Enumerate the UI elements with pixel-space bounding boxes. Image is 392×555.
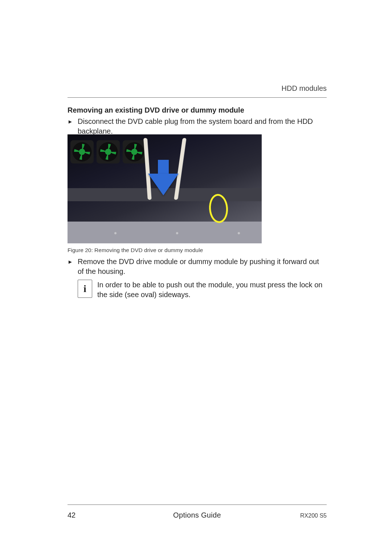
fan-icon (97, 140, 120, 163)
step-text: Disconnect the DVD cable plug from the s… (78, 117, 327, 136)
screw-icon (114, 232, 117, 235)
header-rule (68, 97, 327, 98)
procedure-step-1: ► Disconnect the DVD cable plug from the… (68, 117, 327, 136)
arrow-down-icon (148, 174, 179, 195)
figure-caption: Figure 20: Removing the DVD drive or dum… (68, 247, 203, 254)
info-icon: i (78, 280, 92, 298)
footer-title: Options Guide (68, 511, 327, 519)
running-header: HDD modules (282, 84, 327, 93)
page-footer: 42 Options Guide RX200 S5 (68, 511, 327, 519)
screw-icon (176, 232, 179, 235)
fan-icon (123, 140, 146, 163)
section-heading: Removing an existing DVD drive or dummy … (68, 106, 327, 114)
procedure-step-2: ► Remove the DVD drive module or dummy m… (68, 257, 327, 276)
screw-icon (237, 232, 240, 235)
fan-icon (70, 140, 94, 163)
figure-image (68, 134, 262, 243)
step-bullet-icon: ► (68, 257, 78, 276)
step-bullet-icon: ► (68, 117, 78, 136)
footer-rule (68, 505, 327, 505)
document-page: HDD modules Removing an existing DVD dri… (0, 0, 392, 555)
info-text: In order to be able to push out the modu… (97, 280, 327, 300)
step-text: Remove the DVD drive module or dummy mod… (78, 257, 327, 276)
info-note: i In order to be able to push out the mo… (78, 280, 327, 300)
